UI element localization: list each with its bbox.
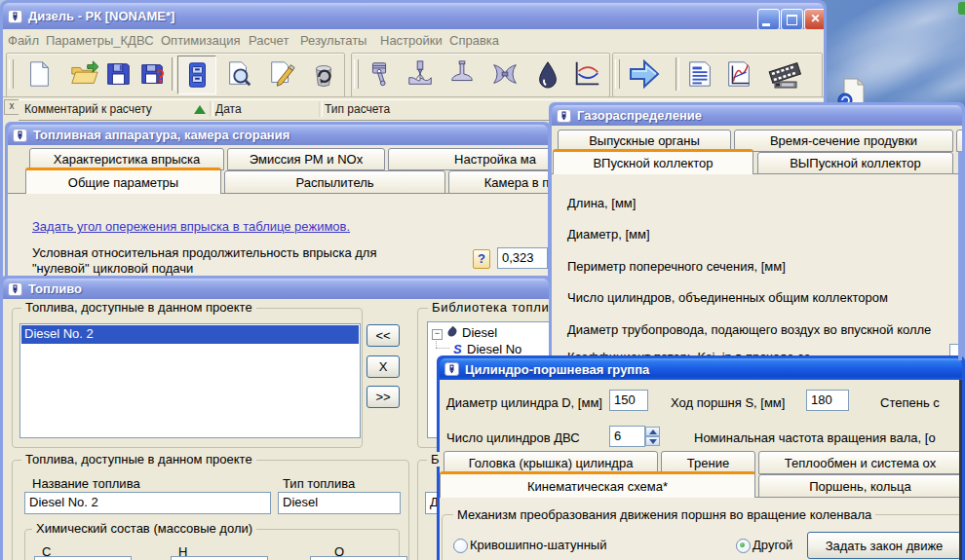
move-left-button[interactable]: <<: [367, 324, 400, 347]
tab-piston-rings[interactable]: Поршень, кольца: [758, 474, 962, 498]
toolbar-injector-button[interactable]: [402, 56, 439, 93]
toolbar-film-button[interactable]: [761, 56, 808, 93]
fuel-name-input[interactable]: Diesel No. 2: [24, 492, 271, 514]
app-icon: [8, 10, 22, 23]
tab-exhaust-collector[interactable]: ВЫПускной коллектор: [757, 152, 953, 174]
cylinder-title: Цилиндро-поршневая группа: [465, 362, 649, 377]
move-right-button[interactable]: >>: [367, 386, 400, 408]
toolbar-save-button[interactable]: [99, 56, 136, 93]
tree-root-label[interactable]: Diesel: [462, 325, 497, 340]
gas-window-right-edge: [958, 151, 962, 360]
tab-chamber[interactable]: Камера в п: [448, 170, 548, 194]
report-document-icon: [685, 59, 714, 89]
fuel-type-input[interactable]: Diesel: [278, 492, 401, 514]
injection-duration-input[interactable]: 0,323: [497, 247, 548, 269]
header-separator: [319, 101, 323, 117]
tab-heat-exchange[interactable]: Теплообмен и система ох: [758, 451, 962, 474]
spin-up-button[interactable]: [645, 427, 660, 436]
chem-o-input[interactable]: [310, 556, 407, 560]
toolbar-grip[interactable]: [354, 59, 359, 89]
toolbar-curves-button[interactable]: [568, 56, 605, 93]
tab-sprayer[interactable]: Распылитель: [224, 170, 445, 194]
maximize-icon: [787, 15, 797, 25]
delete-button[interactable]: X: [367, 355, 400, 378]
chem-c-input[interactable]: [34, 556, 132, 560]
stroke-label: Ход поршня S, [мм]: [671, 395, 785, 410]
injection-advance-link[interactable]: Задать угол опережения впрыска в таблице…: [32, 219, 350, 234]
toolbar-run-button[interactable]: [621, 56, 668, 93]
bore-input[interactable]: 150: [609, 390, 648, 411]
toolbar-fuel-drop-button[interactable]: [529, 56, 566, 93]
toolbar-chart-button[interactable]: [720, 56, 757, 93]
tree-expander-icon[interactable]: −: [432, 329, 443, 340]
gas-title: Газораспределение: [577, 108, 702, 123]
kinematic-scheme-page: Механизм преобразования движения поршня …: [440, 497, 962, 560]
toolbar-valve-button[interactable]: [444, 56, 481, 93]
refresh-recycle-icon: [309, 59, 338, 89]
header-column-type[interactable]: Тип расчета: [325, 102, 390, 116]
set-motion-law-button[interactable]: Задать закон движе: [807, 532, 961, 559]
toolbar-grip[interactable]: [615, 59, 620, 89]
compression-ratio-label: Степень с: [880, 395, 940, 410]
sort-ascending-icon: [194, 105, 206, 114]
toolbar-project-tree-button[interactable]: [177, 56, 216, 94]
toolbar-grip[interactable]: [9, 59, 14, 89]
header-column-date[interactable]: Дата: [215, 102, 242, 116]
main-window-title: Дизель - РК [NONAME*]: [28, 9, 174, 23]
toolbar-save-help-button[interactable]: [135, 56, 172, 93]
tree-child-label[interactable]: Diesel No: [467, 342, 521, 356]
project-fuels-list[interactable]: Diesel No. 2: [19, 323, 361, 438]
tree-drop-icon: [446, 326, 459, 339]
toolbar-piston-button[interactable]: [361, 56, 398, 93]
cylinder-count-spinner[interactable]: [645, 427, 661, 446]
valve-icon: [447, 59, 477, 89]
cylinder-count-input[interactable]: 6: [609, 426, 645, 447]
fuel-system-titlebar: Топливная аппаратура, камера сгорания: [8, 125, 548, 145]
crank-radio[interactable]: [453, 539, 468, 553]
fuel-drop-icon: [533, 59, 562, 89]
tab-time-section[interactable]: Время-сечение продувки: [734, 130, 953, 152]
minimize-icon: [762, 23, 770, 26]
help-button[interactable]: ?: [473, 249, 490, 269]
tab-intake-collector[interactable]: ВПускной коллектор: [553, 149, 753, 174]
toolbar-report-button[interactable]: [681, 56, 718, 93]
other-radio[interactable]: [736, 539, 751, 553]
menu-results[interactable]: Результаты: [300, 33, 367, 48]
toolbar-turbine-button[interactable]: [486, 56, 523, 93]
crank-radio-label: Кривошипно-шатунный: [470, 538, 606, 552]
toolbar-engine-panel: [351, 53, 610, 97]
print-preview-icon: [224, 59, 253, 89]
spin-down-button[interactable]: [645, 436, 660, 446]
menu-optimization[interactable]: Оптимизация: [161, 33, 241, 48]
length-label: Длина, [мм]: [567, 196, 636, 210]
toolbar-new-file-button[interactable]: [20, 56, 58, 93]
close-button[interactable]: ✕: [804, 9, 824, 29]
fuel-title: Топливо: [28, 281, 82, 296]
toolbar-preview-button[interactable]: [220, 56, 257, 93]
tab-extra-fragment[interactable]: [956, 130, 962, 152]
menu-engine-params[interactable]: Параметры_КДВС: [46, 33, 154, 48]
header-column-comment[interactable]: Комментарий к расчету: [24, 102, 152, 116]
menu-file[interactable]: Файл: [8, 33, 39, 48]
open-folder-icon: [69, 59, 98, 89]
tab-pm-nox[interactable]: Эмиссия PM и NOx: [227, 148, 385, 170]
tab-general-params[interactable]: Общие параметры: [25, 168, 221, 194]
results-panel-close-button[interactable]: x: [4, 99, 19, 115]
cylinder-count-label: Число цилиндров ДВС: [446, 430, 580, 445]
project-fuels-group-label: Топлива, доступные в данном проекте: [21, 300, 256, 315]
minimize-button[interactable]: [757, 9, 780, 29]
stroke-input[interactable]: 180: [806, 390, 849, 411]
menu-help[interactable]: Справка: [449, 33, 499, 48]
maximize-button[interactable]: [781, 9, 803, 29]
chem-h-input[interactable]: [171, 556, 268, 560]
menu-settings[interactable]: Настройки: [380, 33, 443, 48]
tab-tuning[interactable]: Настройка ма: [388, 148, 548, 170]
toolbar-open-button[interactable]: [65, 56, 102, 93]
toolbar-edit-button[interactable]: [263, 56, 300, 93]
tab-kinematic-scheme[interactable]: Кинематическая схема*: [440, 471, 755, 498]
menu-calculation[interactable]: Расчет: [249, 33, 289, 48]
app-icon: [8, 282, 22, 296]
list-item-selected[interactable]: Diesel No. 2: [21, 325, 359, 344]
fuel-type-label: Тип топлива: [283, 476, 355, 491]
toolbar-refresh-button[interactable]: [305, 56, 342, 93]
